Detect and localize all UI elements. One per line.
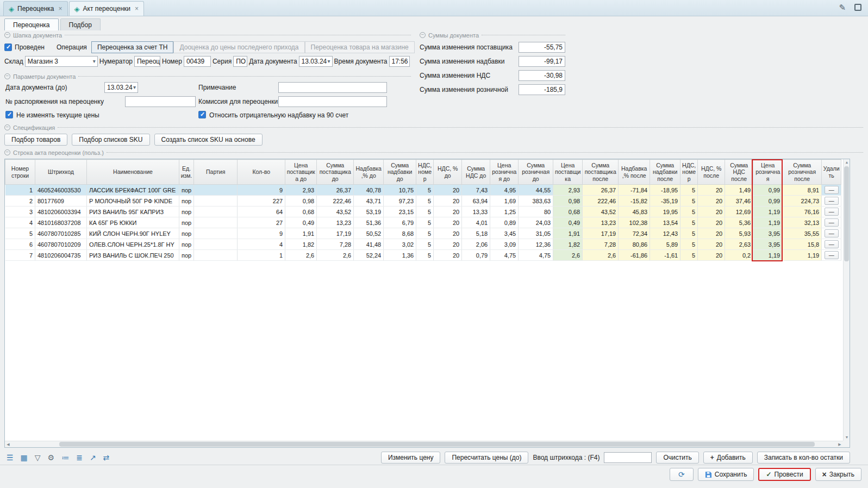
cell[interactable]: 0,49	[285, 217, 317, 228]
sum-markup-field[interactable]: -99,17	[519, 56, 565, 67]
recalc-prices-button[interactable]: Пересчитать цены (до)	[445, 452, 528, 464]
grid-view-icon[interactable]: ▦	[21, 454, 28, 461]
cell[interactable]: -1,61	[650, 250, 680, 261]
cell[interactable]: 80177609	[35, 196, 87, 207]
create-sku-list-button[interactable]: Создать список SKU на основе	[154, 134, 263, 146]
cell[interactable]: 41,48	[354, 239, 384, 250]
cell[interactable]: 53,19	[354, 207, 384, 217]
cell[interactable]: 5	[680, 185, 698, 196]
cell[interactable]: 6	[5, 239, 35, 250]
fullscreen-icon[interactable]	[854, 4, 861, 11]
cell[interactable]: 0,49	[553, 217, 583, 228]
cell[interactable]: 5	[5, 228, 35, 239]
cell[interactable]: Р МОЛОЧНЫЙ 50Г РФ KINDE	[87, 196, 179, 207]
tab-close-icon[interactable]: ×	[135, 5, 139, 12]
cell[interactable]: 5	[416, 239, 434, 250]
cell[interactable]	[194, 228, 238, 239]
cell[interactable]: 20	[698, 217, 725, 228]
column-header-17[interactable]: Надбавка ,% после	[619, 160, 650, 185]
cell[interactable]: 5	[680, 250, 698, 261]
column-header-0[interactable]: Номер строки	[5, 160, 35, 185]
cell[interactable]: 5	[680, 228, 698, 239]
cell[interactable]: 7,28	[583, 239, 619, 250]
column-header-10[interactable]: НДС, номер	[416, 160, 434, 185]
cell[interactable]: 50,52	[354, 228, 384, 239]
cell[interactable]: 20	[434, 250, 462, 261]
scroll-right-icon[interactable]	[836, 441, 843, 448]
cell[interactable]: 5	[416, 196, 434, 207]
cell[interactable]: 20	[434, 207, 462, 217]
cell[interactable]: 43,52	[583, 207, 619, 217]
cell[interactable]: 0,68	[553, 207, 583, 217]
cell[interactable]: 0,99	[753, 196, 783, 207]
cell[interactable]: 1,49	[725, 185, 753, 196]
column-header-20[interactable]: НДС, % после	[698, 160, 725, 185]
cell[interactable]: —	[822, 207, 841, 217]
tab-akt-pereotsenki[interactable]: ◈ Акт переоценки ×	[69, 1, 144, 16]
collapse-icon[interactable]: −	[4, 73, 10, 79]
cell[interactable]: 5	[680, 239, 698, 250]
edit-icon[interactable]: ✎	[839, 3, 846, 11]
cell[interactable]: ОЛЕВ.СЛОН ЧЕРН.25*1.8Г HY	[87, 239, 179, 250]
cell[interactable]: 31,05	[519, 228, 553, 239]
cell[interactable]: 8,91	[783, 185, 822, 196]
cell[interactable]: 1	[238, 250, 285, 261]
cell[interactable]: пор	[179, 207, 194, 217]
cell[interactable]: 9	[238, 228, 285, 239]
cell[interactable]: 1,19	[753, 250, 783, 261]
podbor-sku-lists-button[interactable]: Подбор списков SKU	[72, 134, 149, 146]
cell[interactable]: пор	[179, 217, 194, 228]
cell[interactable]: 2,93	[553, 185, 583, 196]
cell[interactable]: 1,36	[384, 250, 416, 261]
column-header-12[interactable]: Сумма НДС до	[462, 160, 490, 185]
mode-dootsenka-button[interactable]: Дооценка до цены последнего прихода	[173, 41, 304, 53]
commission-field[interactable]	[278, 96, 387, 107]
cell[interactable]: 26,37	[317, 185, 354, 196]
cell[interactable]: КА 65Г РБ ЮККИ	[87, 217, 179, 228]
cell[interactable]: 1,19	[753, 217, 783, 228]
cell[interactable]: 3,95	[753, 228, 783, 239]
cell[interactable]: 1,25	[490, 207, 519, 217]
cell[interactable]: -61,86	[619, 250, 650, 261]
doc-time-field[interactable]: 17:56	[389, 56, 410, 67]
keep-prices-checkbox[interactable]	[5, 111, 13, 118]
doc-date-field[interactable]: 13.03.24	[299, 56, 333, 67]
number-field[interactable]: 00439	[184, 56, 211, 67]
tab-pereotsenka[interactable]: ◈ Переоценка ×	[3, 1, 68, 16]
podbor-tovarov-button[interactable]: Подбор товаров	[4, 134, 67, 146]
cell[interactable]: —	[822, 185, 841, 196]
cell[interactable]: 2,6	[317, 250, 354, 261]
cell[interactable]: 0,89	[490, 217, 519, 228]
cell[interactable]: 52,24	[354, 250, 384, 261]
cell[interactable]: 27	[238, 217, 285, 228]
cell[interactable]: 5,18	[462, 228, 490, 239]
table-row-1[interactable]: 14605246003530ЛАССИК БРЕКФАСТ 100Г GREпо…	[5, 185, 841, 196]
cell[interactable]: 43,52	[317, 207, 354, 217]
export-icon[interactable]: ↗	[90, 454, 96, 461]
delete-row-button[interactable]: —	[825, 208, 839, 216]
cell[interactable]: 5	[416, 250, 434, 261]
cell[interactable]: 26,37	[583, 185, 619, 196]
cell[interactable]: 20	[698, 196, 725, 207]
table-row-7[interactable]: 74810206004735РИЗ ВАНИЛЬ С ШОК.ПЕЧ 250по…	[5, 250, 841, 261]
cell[interactable]	[194, 207, 238, 217]
cell[interactable]: —	[822, 196, 841, 207]
column-header-24[interactable]: Удалить	[822, 160, 841, 185]
column-header-9[interactable]: Сумма надбавки до	[384, 160, 416, 185]
cell[interactable]: 4,95	[490, 185, 519, 196]
cell[interactable]: 12,36	[519, 239, 553, 250]
cell[interactable]	[194, 239, 238, 250]
cell[interactable]: ЛАССИК БРЕКФАСТ 100Г GRE	[87, 185, 179, 196]
cell[interactable]: 0,68	[285, 207, 317, 217]
tab-close-icon[interactable]: ×	[59, 5, 63, 12]
horizontal-scrollbar-thumb[interactable]	[59, 442, 815, 447]
cell[interactable]: РИЗ ВАНИЛЬ 95Г КАПРИЗ	[87, 207, 179, 217]
column-header-2[interactable]: Наименование	[87, 160, 179, 185]
post-button[interactable]: ✓ Провести	[758, 468, 810, 481]
barcode-input[interactable]	[604, 452, 652, 463]
close-button[interactable]: × Закрыть	[815, 468, 861, 481]
cell[interactable]: 2,63	[725, 239, 753, 250]
proveden-checkbox[interactable]	[4, 43, 12, 51]
cell[interactable]: 5	[680, 207, 698, 217]
cell[interactable]: 20	[434, 217, 462, 228]
